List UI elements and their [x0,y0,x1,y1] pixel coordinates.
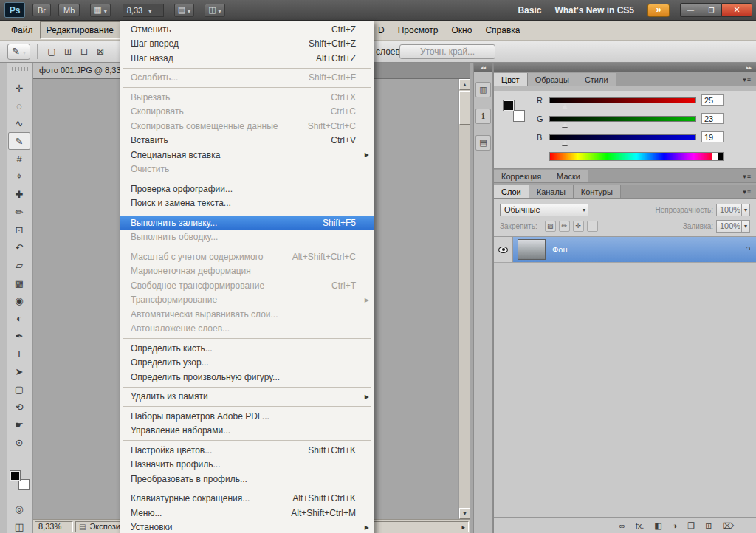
fill-field[interactable]: 100% [716,220,750,233]
lasso-tool[interactable]: ∿ [8,114,30,132]
edit-menu-item[interactable]: Выполнить обводку... [120,230,374,245]
type-tool[interactable]: T [8,345,30,362]
view-extras-dropdown[interactable]: ▤ [174,4,194,17]
background-swatch[interactable] [513,110,525,122]
slider-thumb-icon[interactable] [562,123,568,127]
panel-tab[interactable]: Контуры [574,185,621,198]
opacity-field[interactable]: 100% [716,204,750,216]
edit-menu-item[interactable]: Управление наборами... [120,424,374,439]
info-panel-icon[interactable]: ℹ [475,109,491,124]
delete-layer-icon[interactable]: ⌦ [722,521,734,531]
edit-menu-item[interactable]: Установки [120,520,374,533]
edit-menu-item[interactable]: Определить узор... [120,356,374,371]
scrollbar-thumb[interactable] [459,91,470,125]
layer-row[interactable]: Фон [494,237,756,263]
blend-mode-select[interactable]: Обычные [500,204,588,216]
slider-thumb-icon[interactable] [562,141,568,145]
menu-title[interactable]: Редактирование [40,21,120,39]
blur-tool[interactable]: ◉ [8,292,30,309]
status-flyout-arrow-icon[interactable] [461,522,465,531]
mini-bridge-button[interactable]: Mb [58,4,80,16]
edit-menu-item[interactable]: Вставить Ctrl+V [120,134,374,148]
scroll-up-arrow[interactable] [459,79,470,90]
menu-title[interactable]: D [371,21,391,39]
edit-menu-item[interactable]: Скопировать совмещенные данные Shift+Ctr… [120,119,374,134]
collapse-dock-button[interactable] [494,63,756,72]
color-spectrum-ramp[interactable] [549,152,724,161]
edit-menu-item[interactable]: Очистить [120,162,374,177]
add-layer-mask-icon[interactable]: ◧ [654,521,662,531]
whats-new-link[interactable]: What's New in CS5 [554,5,634,16]
minimize-button[interactable]: — [680,3,701,17]
edit-menu-item[interactable]: Меню... Alt+Shift+Ctrl+M [120,506,374,520]
zoom-status-field[interactable]: 8,33% [35,521,73,532]
screen-mode-button[interactable]: ◫ [8,517,30,533]
panel-tab[interactable]: Слои [494,185,529,198]
eyedropper-tool[interactable]: ⌖ [8,168,30,185]
edit-menu-item[interactable]: Вырезать Ctrl+X [120,90,374,105]
foreground-swatch[interactable] [503,100,515,111]
lock-all-icon[interactable] [587,221,598,232]
panel-tab[interactable]: Маски [549,170,588,182]
slider-thumb-icon[interactable] [562,104,568,109]
edit-menu-item[interactable]: Отменить Ctrl+Z [120,22,374,37]
rectangle-tool[interactable]: ▢ [8,380,30,398]
screen-mode-dropdown[interactable]: ◫ [205,4,224,17]
new-group-icon[interactable]: ❒ [687,521,695,531]
channel-value-field[interactable]: 23 [701,113,724,124]
panel-menu-icon[interactable] [738,173,756,182]
layer-style-icon[interactable]: fx. [636,521,645,530]
expand-dock-button[interactable] [474,63,492,72]
move-tool[interactable]: ✛ [8,79,30,97]
edit-menu-item[interactable]: Настройка цветов... Shift+Ctrl+K [120,443,374,458]
restore-button[interactable]: ❐ [701,3,721,17]
marquee-tool[interactable]: ◌ [8,97,30,114]
bridge-button[interactable]: Br [32,4,51,16]
panel-tab[interactable]: Стили [577,73,616,86]
refine-edge-button[interactable]: Уточн. край... [399,44,495,59]
channel-value-field[interactable]: 19 [701,131,724,142]
zoom-level-dropdown[interactable]: 8,33 [123,4,164,17]
clone-stamp-tool[interactable]: ⊡ [8,221,30,238]
edit-menu-item[interactable]: Определить кисть... [120,341,374,356]
zoom-tool[interactable]: ⊙ [8,433,30,451]
edit-menu-item[interactable]: Скопировать Ctrl+C [120,105,374,120]
close-button[interactable]: ✕ [721,3,752,17]
navigator-panel-icon[interactable]: ▤ [475,135,491,151]
gradient-tool[interactable]: ▩ [8,274,30,292]
selection-mode-button[interactable]: ▢ [44,44,59,59]
selection-mode-button[interactable]: ⊟ [77,44,92,59]
edit-menu-item[interactable]: Назначить профиль... [120,458,374,472]
hand-tool[interactable]: ☛ [8,416,30,433]
edit-menu-item[interactable]: Ослабить... Shift+Ctrl+F [120,71,374,86]
edit-menu-item[interactable]: Определить произвольную фигуру... [120,370,374,385]
channel-slider[interactable] [549,97,696,103]
menu-title[interactable]: Справка [478,21,526,39]
selection-mode-button[interactable]: ⊞ [61,44,75,59]
workspace-overflow-button[interactable]: » [647,4,670,17]
eraser-tool[interactable]: ▱ [8,256,30,274]
edit-menu-item[interactable]: Выполнить заливку... Shift+F5 [120,216,374,230]
lock-transparency-icon[interactable]: ▨ [545,221,556,232]
edit-menu-item[interactable]: Автоналожение слоев... [120,322,374,337]
panel-tab[interactable]: Коррекция [494,170,549,182]
workspace-switcher[interactable]: Basic [518,5,541,16]
edit-menu-item[interactable]: Специальная вставка [120,148,374,162]
brush-tool[interactable]: ✏ [8,203,30,221]
menu-title[interactable]: Файл [4,21,40,39]
histogram-panel-icon[interactable]: ▥ [475,82,491,97]
lock-pixels-icon[interactable]: ✏ [559,221,570,232]
vertical-scrollbar[interactable] [458,79,470,519]
pen-tool[interactable]: ✒ [8,327,30,345]
layer-thumbnail[interactable] [518,239,546,260]
foreground-color-swatch[interactable] [10,470,21,481]
tool-preset-picker[interactable]: ✎ [7,44,30,60]
edit-menu-item[interactable]: Автоматически выравнивать слои... [120,307,374,322]
edit-menu-item[interactable]: Трансформирование [120,293,374,308]
panel-menu-icon[interactable] [738,76,756,86]
edit-menu-item[interactable]: Проверка орфографии... [120,182,374,196]
black-white-swatches[interactable] [712,153,723,160]
menu-title[interactable]: Просмотр [391,21,445,39]
panel-tab[interactable]: Цвет [494,73,528,86]
history-brush-tool[interactable]: ↶ [8,238,30,256]
